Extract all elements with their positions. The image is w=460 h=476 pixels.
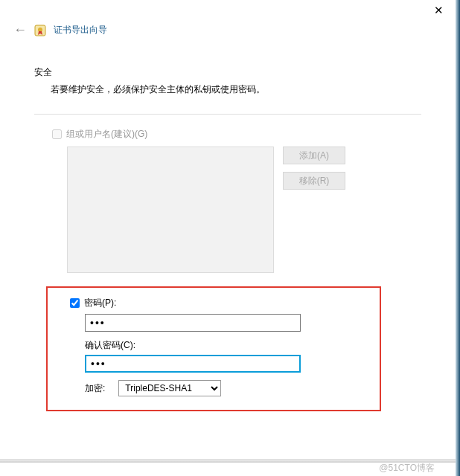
group-users-checkbox: [52, 129, 62, 139]
confirm-password-input[interactable]: [85, 355, 301, 373]
certificate-icon: [34, 25, 46, 36]
confirm-password-label: 确认密码(C):: [85, 339, 369, 352]
section-heading: 安全: [34, 66, 421, 79]
add-button: 添加(A): [283, 147, 345, 164]
back-button[interactable]: ←: [13, 22, 27, 38]
group-users-checkbox-row[interactable]: 组或用户名(建议)(G): [52, 128, 421, 141]
users-listbox: [67, 147, 274, 273]
password-checkbox-label: 密码(P):: [84, 297, 116, 309]
wizard-title: 证书导出向导: [54, 24, 107, 36]
highlight-box: 密码(P): 确认密码(C): 加密: TripleDES-SHA1: [46, 286, 381, 411]
content-area: 组或用户名(建议)(G) 添加(A) 移除(R) 密码(P): 确认密码: [34, 114, 421, 411]
wizard-header: ← 证书导出向导: [0, 21, 456, 44]
password-checkbox-row[interactable]: 密码(P):: [70, 297, 369, 309]
password-checkbox[interactable]: [70, 298, 80, 308]
dialog: ✕ ← 证书导出向导 安全 若要维护安全，必须保护安全主体的私钥或使用密码。 组…: [0, 0, 456, 459]
encryption-label: 加密:: [85, 382, 105, 395]
close-button[interactable]: ✕: [422, 0, 456, 21]
encryption-select[interactable]: TripleDES-SHA1: [118, 380, 221, 396]
titlebar: ✕: [0, 0, 456, 21]
section-description: 若要维护安全，必须保护安全主体的私钥或使用密码。: [34, 83, 421, 96]
password-input[interactable]: [85, 314, 301, 332]
remove-button: 移除(R): [283, 172, 345, 190]
watermark: @51CTO博客: [379, 462, 435, 475]
group-users-label: 组或用户名(建议)(G): [66, 128, 147, 141]
